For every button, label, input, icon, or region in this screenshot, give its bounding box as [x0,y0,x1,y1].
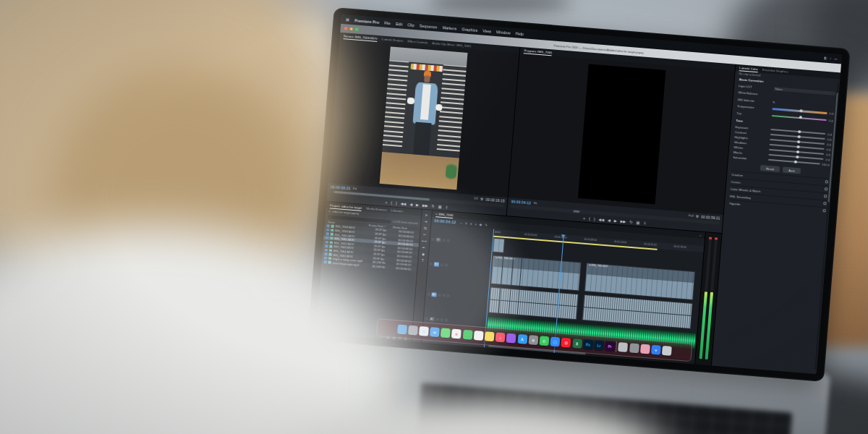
slip-tool[interactable]: ⟷ [422,239,427,244]
add-panel-icon[interactable]: + [699,234,702,237]
source-settings-wrench-icon[interactable]: ⚒ [480,197,484,201]
source-patch[interactable] [431,238,434,241]
track-header-a1[interactable]: A1 [427,292,486,302]
transport-button-2[interactable]: } [396,200,397,205]
v2-clip-0[interactable] [492,238,505,253]
transport-button-7[interactable]: ↻ [432,203,435,208]
track-header-v2[interactable]: V2 [431,237,490,247]
transport-button-0[interactable]: + [385,200,387,204]
slider-knob[interactable] [796,156,799,158]
transport-button-4[interactable]: ◀ [409,202,412,206]
transport-button-6[interactable]: ▶▶ [621,218,626,224]
menu-item-file[interactable]: File [384,20,391,25]
type-tool[interactable]: T [422,258,425,263]
program-settings-wrench-icon[interactable]: ⚒ [696,214,699,218]
dock-icon-minimized-window-2[interactable] [629,343,639,353]
dock-icon-lightroom[interactable]: Lr [594,340,604,350]
razor-tool[interactable]: ✂ [423,232,427,237]
transport-button-8[interactable]: ▦ [438,204,442,208]
timeline-toolbar-icon-2[interactable]: ▾ [470,222,472,226]
track-select-tool[interactable]: ⇥ [424,219,427,224]
timeline-toolbar-icon-0[interactable]: ∩ [460,221,463,225]
dock-icon-maps[interactable] [441,328,451,338]
dock-icon-opera[interactable]: O [561,338,571,348]
dock-icon-appstore[interactable]: A [517,334,527,344]
menu-status-icon-2[interactable]: ▭ [834,57,838,61]
track-lock-icon[interactable] [442,239,445,242]
menu-status-icon-1[interactable]: ≀ [830,56,831,60]
track-target-v1[interactable]: V1 [433,262,438,267]
transport-button-0[interactable]: + [583,216,585,220]
selection-tool[interactable]: ➤ [425,213,428,217]
transport-button-8[interactable]: ▦ [636,220,639,224]
dock-icon-notes[interactable] [485,331,495,341]
dock-icon-minimized-window-3[interactable] [640,344,650,354]
track-header-v1[interactable]: V1 [429,262,488,271]
program-fit-dropdown[interactable]: Fit [534,201,537,205]
hand-tool[interactable]: ◉ [422,252,425,256]
timeline-toolbar-icon-3[interactable]: + [475,222,477,226]
transport-button-2[interactable]: } [594,216,595,221]
pen-tool[interactable]: ✒ [422,245,426,250]
ripple-edit-tool[interactable]: ⇆ [424,226,427,230]
menu-item-sequence[interactable]: Sequence [420,23,438,29]
dock-icon-whatsapp[interactable]: ✆ [539,336,549,346]
dock-icon-downloads-folder[interactable]: ▾ [651,345,661,355]
dock-icon-excel[interactable]: X [572,339,582,349]
track-target-a2[interactable]: A2 [429,317,434,322]
timeline-toolbar-icon-5[interactable]: ✎ [485,223,488,226]
track-mute-icon[interactable] [442,294,445,297]
source-patch[interactable] [427,293,430,296]
transport-button-9[interactable]: ⇪ [445,205,448,209]
dock-icon-podcasts[interactable] [506,333,516,344]
eyedropper-icon[interactable]: ✎ [773,101,775,104]
section-checkbox[interactable] [822,209,826,213]
menu-item-window[interactable]: Window [496,30,511,35]
source-resolution-dropdown[interactable]: 1/2 [474,196,478,200]
a1-clip-0[interactable] [488,287,579,320]
slider-knob[interactable] [796,145,799,148]
auto-button[interactable]: Auto [783,166,801,174]
tint-slider[interactable] [772,115,827,121]
transport-button-6[interactable]: ▶▶ [422,203,428,208]
dock-icon-trash[interactable] [662,346,672,356]
transport-button-3[interactable]: ◀◀ [598,217,604,222]
transport-button-1[interactable]: { [589,216,590,221]
menu-item-view[interactable]: View [482,28,491,33]
timeline-toolbar-icon-4[interactable]: ◆ [480,223,482,226]
transport-button-3[interactable]: ◀◀ [401,201,407,206]
dock-icon-photos[interactable]: ❀ [451,329,461,339]
source-patch[interactable] [429,263,432,265]
program-resolution-dropdown[interactable]: Full [689,213,694,218]
dock-icon-mail[interactable]: ✉ [430,327,440,337]
track-target-v2[interactable]: V2 [435,237,441,242]
timeline-toolbar-icon-1[interactable]: ≡ [465,221,467,225]
menu-status-icon-0[interactable]: ◧ [824,56,827,60]
track-solo-icon[interactable] [444,319,447,322]
dock-icon-calendar[interactable] [474,331,484,341]
dock-icon-settings[interactable]: ⚙ [528,335,538,345]
transport-button-5-play[interactable]: ▶ [614,218,617,223]
track-target-a1[interactable]: A1 [431,292,436,297]
track-lock-icon[interactable] [440,263,443,266]
section-checkbox[interactable] [825,180,828,184]
section-checkbox[interactable] [823,202,827,205]
v1-clip-0[interactable]: fx IMG_7066.MOV [490,255,581,292]
section-checkbox[interactable] [824,187,827,191]
track-lock-icon[interactable] [438,294,441,297]
slider-knob[interactable] [798,130,801,133]
slider-knob[interactable] [793,160,796,163]
menu-item-help[interactable]: Help [515,31,524,36]
slider-knob[interactable] [796,150,799,153]
transport-button-1[interactable]: { [391,200,392,205]
source-patch[interactable] [425,318,427,320]
track-solo-icon[interactable] [446,294,449,297]
dock-icon-facetime[interactable] [462,330,472,340]
track-eye-icon[interactable] [444,263,447,266]
dock-icon-minimized-window-1[interactable] [618,342,629,352]
menu-item-clip[interactable]: Clip [407,22,414,27]
menu-item-graphics[interactable]: Graphics [461,27,477,33]
transport-button-4[interactable]: ◀ [608,218,610,222]
close-sequence-icon[interactable]: × [435,212,438,216]
slider-knob[interactable] [797,140,800,143]
